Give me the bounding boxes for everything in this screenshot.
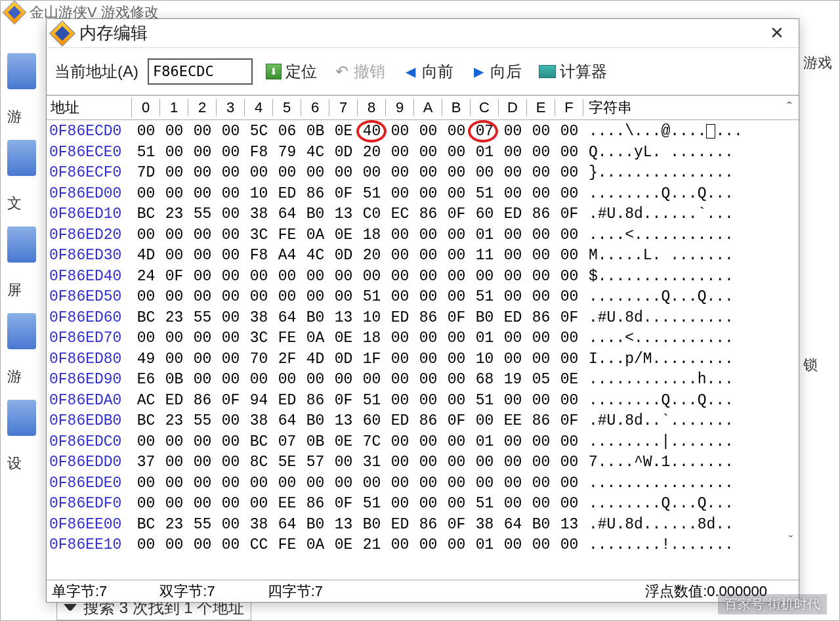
hex-row[interactable]: 0F86EDD0370000008C5E57003100000000000000… (47, 452, 799, 473)
byte-cell[interactable]: 00 (329, 163, 358, 184)
byte-cell[interactable]: 00 (414, 452, 442, 473)
byte-cell[interactable]: 00 (414, 267, 442, 288)
byte-cell[interactable]: 64 (499, 515, 527, 536)
byte-cell[interactable]: B0 (301, 308, 329, 329)
bg-sidebar-item[interactable] (7, 53, 36, 89)
byte-cell[interactable]: EE (273, 494, 301, 515)
byte-cell[interactable]: 00 (132, 328, 160, 349)
byte-cell[interactable]: 0E (329, 225, 358, 246)
byte-cell[interactable]: 00 (217, 535, 245, 556)
byte-cell[interactable]: 0F (329, 391, 358, 412)
hex-row[interactable]: 0F86ED5000000000000000005100000051000000… (47, 287, 799, 308)
byte-cell[interactable]: 60 (471, 204, 499, 225)
byte-cell[interactable]: B0 (301, 411, 329, 432)
byte-cell[interactable]: 23 (160, 515, 188, 536)
byte-cell[interactable]: 0F (442, 515, 471, 536)
byte-cell[interactable]: 00 (499, 184, 527, 205)
byte-cell[interactable]: 00 (499, 246, 527, 267)
byte-cell[interactable]: 01 (471, 535, 499, 556)
byte-cell[interactable]: B0 (471, 308, 499, 329)
byte-cell[interactable]: 0A (301, 328, 329, 349)
byte-cell[interactable]: 00 (527, 267, 555, 288)
byte-cell[interactable]: 00 (245, 370, 273, 391)
byte-cell[interactable]: FE (273, 225, 301, 246)
byte-cell[interactable]: EC (386, 204, 414, 225)
byte-cell[interactable]: ED (273, 184, 301, 205)
byte-cell[interactable]: 00 (245, 163, 273, 184)
byte-cell[interactable]: 00 (188, 370, 217, 391)
byte-cell[interactable]: 68 (471, 370, 499, 391)
byte-cell[interactable]: E6 (132, 370, 160, 391)
byte-cell[interactable]: 00 (160, 494, 188, 515)
byte-cell[interactable]: 00 (188, 121, 217, 142)
byte-cell[interactable]: 55 (188, 204, 217, 225)
byte-cell[interactable]: 3C (245, 328, 273, 349)
byte-cell[interactable]: 86 (301, 494, 329, 515)
byte-cell[interactable]: 00 (442, 370, 471, 391)
byte-cell[interactable]: 60 (358, 411, 386, 432)
byte-cell[interactable]: 00 (188, 246, 217, 267)
byte-cell[interactable]: 38 (245, 308, 273, 329)
hex-row[interactable]: 0F86ED8049000000702F4D0D1F00000010000000… (47, 349, 799, 370)
byte-cell[interactable]: 00 (132, 473, 160, 494)
byte-cell[interactable]: 00 (442, 432, 471, 453)
byte-cell[interactable]: 00 (499, 287, 527, 308)
byte-cell[interactable]: ED (273, 391, 301, 412)
byte-cell[interactable]: 00 (160, 535, 188, 556)
byte-cell[interactable]: 86 (527, 411, 555, 432)
byte-cell[interactable]: 00 (386, 184, 414, 205)
next-button[interactable]: ▶ 向后 (467, 58, 526, 85)
byte-cell[interactable]: 00 (499, 328, 527, 349)
bg-sidebar-item[interactable] (7, 226, 36, 263)
byte-cell[interactable]: 00 (132, 225, 160, 246)
byte-cell[interactable]: 38 (245, 411, 273, 432)
byte-cell[interactable]: 00 (386, 328, 414, 349)
byte-cell[interactable]: 00 (442, 494, 471, 515)
hex-row[interactable]: 0F86EDE000000000000000000000000000000000… (47, 473, 799, 494)
byte-cell[interactable]: 00 (301, 267, 329, 288)
byte-cell[interactable]: 00 (188, 287, 217, 308)
byte-cell[interactable]: 01 (471, 225, 499, 246)
byte-cell[interactable]: 20 (358, 142, 386, 163)
byte-cell[interactable]: 00 (132, 494, 160, 515)
byte-cell[interactable]: 00 (245, 267, 273, 288)
byte-cell[interactable]: ED (160, 391, 188, 412)
scroll-down-icon[interactable]: ˇ (787, 531, 795, 552)
byte-cell[interactable]: 00 (217, 225, 245, 246)
byte-cell[interactable]: 00 (555, 473, 583, 494)
byte-cell[interactable]: 00 (358, 473, 386, 494)
byte-cell[interactable]: 00 (188, 225, 217, 246)
byte-cell[interactable]: 00 (386, 246, 414, 267)
byte-cell[interactable]: 00 (442, 473, 471, 494)
byte-cell[interactable]: 86 (414, 204, 442, 225)
byte-cell[interactable]: 49 (132, 349, 160, 370)
byte-cell[interactable]: 51 (358, 287, 386, 308)
byte-cell[interactable]: 13 (329, 411, 358, 432)
byte-cell[interactable]: 00 (188, 267, 217, 288)
byte-cell[interactable]: 0F (442, 308, 471, 329)
byte-cell[interactable]: 00 (499, 163, 527, 184)
byte-cell[interactable]: 00 (527, 535, 555, 556)
byte-cell[interactable]: 00 (471, 473, 499, 494)
byte-cell[interactable]: 00 (273, 370, 301, 391)
byte-cell[interactable]: 00 (527, 142, 555, 163)
byte-cell[interactable]: 00 (442, 267, 471, 288)
byte-cell[interactable]: 00 (414, 287, 442, 308)
byte-cell[interactable]: BC (132, 411, 160, 432)
byte-cell[interactable]: 00 (217, 370, 245, 391)
byte-cell[interactable]: 01 (471, 328, 499, 349)
byte-cell[interactable]: 86 (414, 308, 442, 329)
byte-cell[interactable]: 0E (329, 432, 358, 453)
byte-cell[interactable]: 0F (555, 411, 583, 432)
byte-cell[interactable]: 00 (132, 287, 160, 308)
byte-cell[interactable]: 31 (358, 452, 386, 473)
byte-cell[interactable]: 00 (555, 246, 583, 267)
byte-cell[interactable]: 00 (414, 349, 442, 370)
byte-cell[interactable]: B0 (301, 204, 329, 225)
byte-cell[interactable]: 00 (217, 163, 245, 184)
byte-cell[interactable]: 00 (386, 267, 414, 288)
byte-cell[interactable]: 00 (386, 494, 414, 515)
byte-cell[interactable]: 00 (217, 204, 245, 225)
byte-cell[interactable]: C0 (358, 204, 386, 225)
prev-button[interactable]: ◀ 向前 (398, 58, 457, 85)
